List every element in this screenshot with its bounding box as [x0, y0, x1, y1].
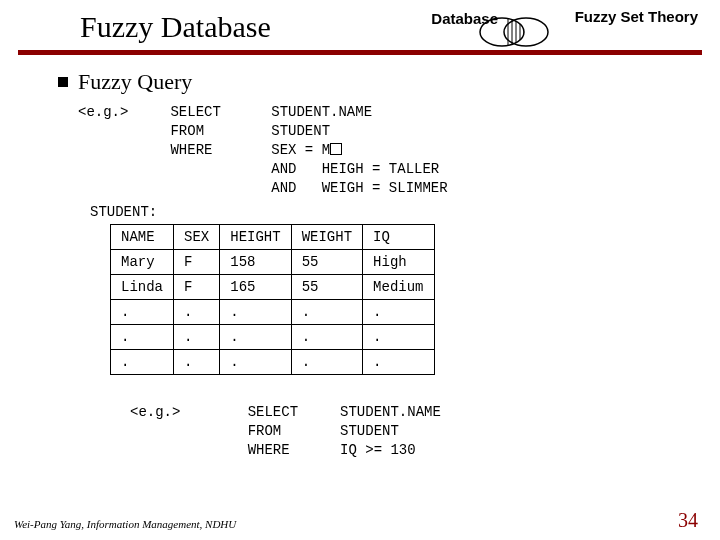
cell: Medium	[363, 275, 434, 300]
q1-line4: AND HEIGH = TALLER	[170, 161, 439, 177]
table-header-row: NAME SEX HEIGHT WEIGHT IQ	[111, 225, 435, 250]
q1-line3-pre: WHERE SEX = M	[170, 142, 330, 158]
cell: .	[220, 350, 291, 375]
cell: .	[111, 325, 174, 350]
q2-line1: SELECT STUDENT.NAME	[248, 404, 441, 420]
table-row: . . . . .	[111, 350, 435, 375]
q1-line5: AND WEIGH = SLIMMER	[170, 180, 447, 196]
student-table: NAME SEX HEIGHT WEIGHT IQ Mary F 158 55 …	[110, 224, 435, 375]
q1-line1: SELECT STUDENT.NAME	[170, 104, 372, 120]
cell: .	[363, 325, 434, 350]
footer-author: Wei-Pang Yang, Information Management, N…	[14, 518, 236, 530]
col-weight: WEIGHT	[291, 225, 362, 250]
svg-point-1	[504, 18, 548, 46]
query-example-1: <e.g.> SELECT STUDENT.NAME FROM STUDENT …	[78, 103, 700, 197]
col-sex: SEX	[174, 225, 220, 250]
table-row: . . . . .	[111, 300, 435, 325]
eg-tag: <e.g.>	[78, 104, 128, 120]
cell: .	[291, 300, 362, 325]
cell: .	[220, 325, 291, 350]
section-heading: Fuzzy Query	[78, 69, 192, 95]
cell: .	[220, 300, 291, 325]
slide-title: Fuzzy Database	[80, 10, 271, 44]
cell: F	[174, 275, 220, 300]
cell: 55	[291, 250, 362, 275]
q2-line3: WHERE IQ >= 130	[248, 442, 416, 458]
cell: .	[174, 300, 220, 325]
cell: 55	[291, 275, 362, 300]
cell: .	[111, 350, 174, 375]
cell: .	[291, 350, 362, 375]
cell: High	[363, 250, 434, 275]
col-name: NAME	[111, 225, 174, 250]
cell: .	[174, 350, 220, 375]
cell: .	[174, 325, 220, 350]
square-bullet-icon	[58, 77, 68, 87]
query-example-2: <e.g.> SELECT STUDENT.NAME FROM STUDENT …	[130, 403, 700, 460]
venn-diagram-icon	[478, 12, 550, 52]
page-number: 34	[678, 509, 698, 532]
col-iq: IQ	[363, 225, 434, 250]
placeholder-box-icon	[330, 143, 342, 155]
eg-tag: <e.g.>	[130, 404, 180, 420]
svg-point-0	[480, 18, 524, 46]
cell: .	[291, 325, 362, 350]
cell: Mary	[111, 250, 174, 275]
q2-line2: FROM STUDENT	[248, 423, 399, 439]
cell: .	[111, 300, 174, 325]
cell: .	[363, 350, 434, 375]
col-height: HEIGHT	[220, 225, 291, 250]
cell: F	[174, 250, 220, 275]
table-row: . . . . .	[111, 325, 435, 350]
q1-line2: FROM STUDENT	[170, 123, 330, 139]
table-row: Mary F 158 55 High	[111, 250, 435, 275]
cell: Linda	[111, 275, 174, 300]
cell: 165	[220, 275, 291, 300]
cell: .	[363, 300, 434, 325]
student-table-label: STUDENT:	[90, 203, 700, 222]
table-row: Linda F 165 55 Medium	[111, 275, 435, 300]
venn-label-fuzzy: Fuzzy Set Theory	[575, 8, 698, 25]
cell: 158	[220, 250, 291, 275]
